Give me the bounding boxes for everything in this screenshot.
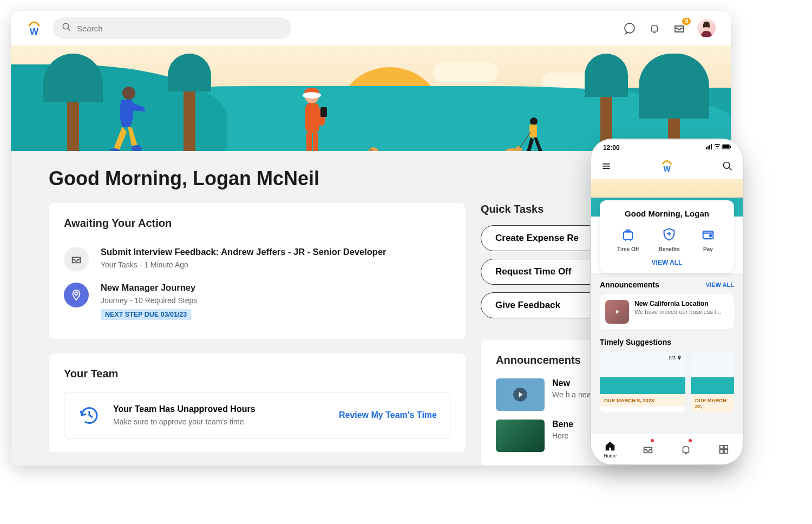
svg-rect-27: [706, 147, 707, 149]
mobile-announcements-title: Announcements: [600, 280, 659, 289]
svg-rect-32: [723, 145, 729, 148]
svg-rect-40: [624, 232, 632, 239]
action-title: Submit Interview Feedback: Andrew Jeffer…: [101, 247, 387, 257]
phone-time: 12:00: [603, 144, 620, 152]
svg-text:W: W: [30, 27, 39, 36]
greeting-title: Good Morning, Logan McNeil: [49, 167, 319, 190]
video-thumb: [496, 378, 545, 411]
svg-rect-14: [313, 133, 318, 151]
svg-point-45: [710, 235, 712, 237]
svg-point-24: [75, 292, 78, 296]
svg-rect-33: [730, 146, 731, 148]
view-all-link[interactable]: VIEW ALL: [706, 281, 734, 288]
ann-sub: Here: [552, 431, 573, 440]
awaiting-title: Awaiting Your Action: [64, 217, 450, 230]
svg-rect-12: [320, 107, 327, 117]
search-box[interactable]: [53, 17, 291, 39]
clock-refresh-icon: [77, 403, 101, 427]
nav-apps[interactable]: [705, 434, 743, 464]
action-title: New Manager Journey: [101, 283, 197, 293]
mobile-ann-sub: We have moved our business t...: [634, 309, 721, 315]
review-team-time-link[interactable]: Review My Team's Time: [339, 410, 437, 420]
svg-point-19: [530, 117, 538, 125]
workday-logo[interactable]: W: [660, 159, 674, 175]
svg-text:W: W: [663, 165, 671, 173]
ann-sub: We h a new: [552, 390, 592, 399]
action-item[interactable]: New Manager Journey Journey - 10 Require…: [64, 277, 450, 325]
mobile-ann-title: New California Location: [634, 300, 721, 307]
menu-icon[interactable]: [601, 161, 612, 174]
suggestion-card[interactable]: DUE MARCH 22,: [691, 352, 734, 412]
your-team-card: Your Team Your Team Has Unapproved Hours…: [49, 353, 466, 453]
due-label: DUE MARCH 8, 2023: [600, 394, 685, 407]
svg-rect-51: [724, 449, 728, 453]
progress-indicator: 0/3: [669, 355, 682, 361]
your-team-title: Your Team: [64, 368, 450, 380]
next-step-badge: NEXT STEP DUE 03/01/23: [101, 309, 191, 320]
wallet-icon: [699, 226, 717, 243]
svg-point-5: [122, 87, 135, 100]
shortcut-label: Benefits: [658, 246, 679, 252]
svg-line-2: [68, 28, 70, 31]
svg-rect-13: [306, 133, 312, 151]
inbox-task-icon: [64, 247, 89, 272]
ann-title: Bene: [552, 420, 573, 429]
svg-point-1: [63, 23, 69, 29]
svg-marker-46: [616, 310, 619, 314]
top-bar: W: [11, 11, 731, 45]
mobile-greeting: Good Morning, Logan: [607, 209, 726, 218]
due-label: DUE MARCH 22,: [691, 394, 734, 412]
inbox-icon[interactable]: [672, 21, 686, 35]
svg-rect-49: [724, 445, 728, 448]
awaiting-action-card: Awaiting Your Action Submit Interview Fe…: [49, 203, 466, 339]
svg-rect-20: [529, 125, 537, 137]
mobile-greeting-card: Good Morning, Logan Time Off Benefits Pa…: [600, 200, 734, 273]
search-icon[interactable]: [722, 161, 733, 174]
svg-rect-28: [708, 146, 709, 149]
suitcase-icon: [619, 226, 637, 243]
team-alert-title: Your Team Has Unapproved Hours: [113, 404, 256, 414]
svg-point-9: [303, 92, 321, 99]
mobile-bottom-nav: Home: [591, 433, 743, 464]
notifications-icon[interactable]: [647, 21, 662, 35]
nav-label: Home: [604, 453, 617, 458]
shortcut-benefits[interactable]: Benefits: [658, 226, 679, 252]
video-thumb-icon: [605, 300, 629, 324]
chat-icon[interactable]: [623, 21, 637, 35]
suggestion-card[interactable]: 0/3 DUE MARCH 8, 2023: [600, 352, 685, 412]
svg-rect-41: [626, 230, 630, 232]
image-thumb: [496, 420, 545, 452]
shortcut-time-off[interactable]: Time Off: [617, 226, 639, 252]
shortcut-pay[interactable]: Pay: [699, 226, 717, 252]
svg-rect-48: [720, 445, 723, 448]
svg-point-47: [679, 356, 680, 357]
search-input[interactable]: [77, 24, 283, 33]
user-avatar[interactable]: [697, 19, 716, 37]
svg-rect-29: [709, 145, 710, 149]
nav-notifications[interactable]: [667, 434, 705, 464]
svg-rect-30: [711, 144, 712, 149]
shortcut-label: Pay: [703, 246, 713, 252]
action-item[interactable]: Submit Interview Feedback: Andrew Jeffer…: [64, 241, 450, 277]
action-meta: Your Tasks - 1 Minute Ago: [101, 260, 387, 269]
workday-logo[interactable]: W: [26, 20, 42, 36]
team-alert: Your Team Has Unapproved Hours Make sure…: [64, 392, 450, 438]
team-alert-sub: Make sure to approve your team's time.: [113, 417, 256, 426]
ann-title: New: [552, 378, 592, 388]
shortcut-label: Time Off: [617, 246, 639, 252]
svg-point-38: [724, 162, 730, 169]
location-pin-icon: [64, 283, 89, 307]
shield-icon: [660, 226, 678, 243]
svg-point-3: [625, 23, 634, 33]
phone-status-icons: [706, 144, 731, 152]
mobile-app-overlay: 12:00 W Good Morning, Logan Time Off Ben…: [591, 140, 743, 464]
hero-banner: [11, 45, 731, 151]
search-icon: [62, 22, 71, 34]
timely-suggestions-title: Timely Suggestions: [600, 338, 671, 346]
view-all-link[interactable]: VIEW ALL: [607, 259, 726, 266]
nav-inbox[interactable]: [629, 434, 667, 464]
svg-line-39: [729, 168, 732, 171]
mobile-announcement-item[interactable]: New California LocationWe have moved our…: [600, 294, 734, 329]
action-meta: Journey - 10 Required Steps: [101, 296, 197, 305]
svg-rect-50: [720, 449, 723, 453]
